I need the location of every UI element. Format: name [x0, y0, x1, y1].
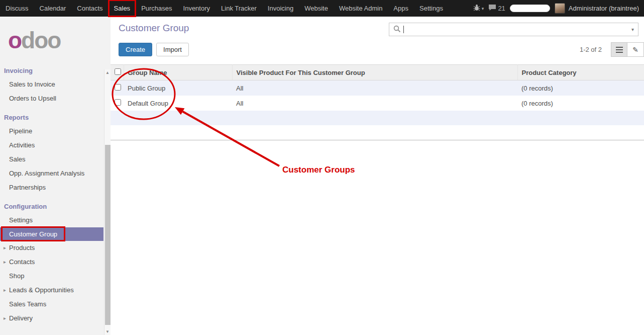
sidebar-item-contacts[interactable]: ▸Contacts [0, 255, 103, 269]
sidebar-item-label: Settings [9, 216, 33, 224]
sidebar-item-label: Products [9, 244, 35, 252]
sidebar-item-label: Sales [9, 155, 26, 163]
sidebar-item-orders-to-upsell[interactable]: Orders to Upsell [0, 92, 103, 106]
create-button[interactable]: Create [119, 43, 152, 56]
topbar-item-invoicing[interactable]: Invoicing [262, 0, 299, 17]
column-header-group-name[interactable]: Group Name [124, 65, 232, 80]
sidebar-item-products[interactable]: ▸Products [0, 241, 103, 255]
sidebar-item-sales-to-invoice[interactable]: Sales to Invoice [0, 77, 103, 92]
topbar-item-contacts[interactable]: Contacts [71, 0, 108, 17]
sidebar-item-label: Contacts [9, 258, 35, 266]
topbar-item-sales[interactable]: Sales [109, 0, 136, 17]
logo-letter: d [21, 27, 34, 53]
sidebar-item-leads-opportunities[interactable]: ▸Leads & Opportunities [0, 283, 103, 297]
view-switcher: ✎ [611, 42, 644, 57]
page-title: Customer Group [119, 23, 189, 34]
user-avatar [555, 3, 565, 14]
scrollbar-thumb[interactable] [105, 145, 111, 325]
topbar-item-apps[interactable]: Apps [388, 0, 414, 17]
list-view-button[interactable] [611, 42, 627, 57]
sidebar-item-opp-assignment-analysis[interactable]: Opp. Assignment Analysis [0, 166, 103, 181]
table-row-public-group[interactable]: Public Group All (0 records) [111, 80, 644, 96]
form-view-button[interactable]: ✎ [627, 42, 644, 57]
sidebar-item-label: Opp. Assignment Analysis [9, 170, 84, 177]
sidebar-item-label: Orders to Upsell [9, 95, 56, 102]
cell-group-name[interactable]: Public Group [124, 80, 232, 96]
empty-row [111, 111, 644, 125]
table-row-default-group[interactable]: Default Group All (0 records) [111, 96, 644, 111]
search-icon [389, 25, 401, 34]
sidebar: odoo Invoicing Sales to Invoice Orders t… [0, 17, 111, 335]
cell-visible-product[interactable]: All [232, 80, 517, 96]
sidebar-item-label: Leads & Opportunities [9, 286, 74, 294]
expand-arrow-icon: ▸ [4, 283, 6, 297]
sidebar-item-partnerships[interactable]: Partnerships [0, 181, 103, 195]
topbar-item-website-admin[interactable]: Website Admin [334, 0, 388, 17]
edit-icon: ✎ [632, 46, 638, 53]
scroll-up-icon[interactable]: ▲ [105, 70, 110, 75]
sidebar-item-label: Activities [9, 141, 35, 149]
topbar-item-calendar[interactable]: Calendar [34, 0, 72, 17]
logo-letter: o [34, 27, 47, 53]
sidebar-item-label: Shop [9, 272, 24, 280]
topbar-item-link-tracker[interactable]: Link Tracker [216, 0, 262, 17]
sidebar-item-settings[interactable]: Settings [0, 213, 103, 227]
search-options-chevron-icon[interactable]: ▾ [627, 27, 638, 32]
sidebar-item-shop[interactable]: Shop [0, 269, 103, 283]
select-all-checkbox[interactable] [115, 68, 121, 75]
search-input[interactable] [405, 24, 627, 35]
sidebar-nav: Invoicing Sales to Invoice Orders to Ups… [0, 59, 111, 325]
main-content: Customer Group ▾ Create Import 1-2 of 2 … [111, 17, 644, 335]
row-checkbox[interactable] [115, 99, 121, 106]
sidebar-item-pipeline[interactable]: Pipeline [0, 124, 103, 138]
control-panel: Customer Group ▾ Create Import 1-2 of 2 … [111, 17, 644, 64]
cell-product-category[interactable]: (0 records) [517, 80, 644, 96]
cell-group-name[interactable]: Default Group [124, 96, 232, 111]
topbar: Discuss Calendar Contacts Sales Purchase… [0, 0, 644, 17]
chevron-down-icon: ▾ [482, 6, 484, 11]
sidebar-item-activities[interactable]: Activities [0, 138, 103, 152]
sidebar-item-delivery[interactable]: ▸Delivery [0, 311, 103, 325]
column-header-visible-product[interactable]: Visible Product For This Customer Group [232, 65, 517, 80]
logo-letter: o [8, 27, 21, 53]
expand-arrow-icon: ▸ [4, 241, 6, 255]
import-button[interactable]: Import [156, 43, 189, 56]
sidebar-scrollbar: ▲ ▼ [104, 69, 111, 335]
empty-row [111, 125, 644, 140]
sidebar-section-invoicing: Invoicing [0, 59, 103, 77]
topbar-menu: Discuss Calendar Contacts Sales Purchase… [0, 0, 449, 17]
topbar-item-settings[interactable]: Settings [414, 0, 449, 17]
customer-group-table: Group Name Visible Product For This Cust… [111, 64, 644, 140]
sidebar-item-label: Partnerships [9, 184, 46, 191]
sidebar-item-label: Delivery [9, 314, 33, 322]
sidebar-item-label: Sales to Invoice [9, 80, 55, 88]
sidebar-section-reports: Reports [0, 106, 103, 124]
cell-visible-product[interactable]: All [232, 96, 517, 111]
topbar-item-inventory[interactable]: Inventory [178, 0, 216, 17]
cell-product-category[interactable]: (0 records) [517, 96, 644, 111]
bug-icon [473, 4, 480, 13]
sidebar-item-label: Customer Group [9, 230, 57, 238]
topbar-indicator-pill[interactable] [510, 5, 550, 12]
topbar-item-website[interactable]: Website [299, 0, 334, 17]
scroll-down-icon[interactable]: ▼ [105, 329, 110, 334]
sidebar-item-label: Pipeline [9, 127, 32, 135]
debug-menu[interactable]: ▾ [473, 4, 484, 13]
user-menu[interactable]: Administrator (braintree) [555, 3, 639, 14]
messages-count: 21 [498, 5, 505, 12]
odoo-logo: odoo [0, 17, 111, 59]
sidebar-item-label: Sales Teams [9, 300, 46, 308]
control-panel-buttons: Create Import 1-2 of 2 ✎ [119, 42, 644, 57]
sidebar-item-sales[interactable]: Sales [0, 152, 103, 166]
row-checkbox[interactable] [115, 84, 121, 91]
sidebar-item-sales-teams[interactable]: Sales Teams [0, 297, 103, 311]
topbar-item-discuss[interactable]: Discuss [0, 0, 34, 17]
expand-arrow-icon: ▸ [4, 255, 6, 269]
list-icon [616, 47, 623, 53]
topbar-item-purchases[interactable]: Purchases [136, 0, 177, 17]
column-header-product-category[interactable]: Product Category [517, 65, 644, 80]
text-cursor [403, 26, 404, 33]
topbar-right: ▾ 21 Administrator (braintree) [473, 3, 644, 14]
sidebar-item-customer-group[interactable]: Customer Group [0, 227, 103, 241]
messages-button[interactable]: 21 [488, 4, 505, 13]
